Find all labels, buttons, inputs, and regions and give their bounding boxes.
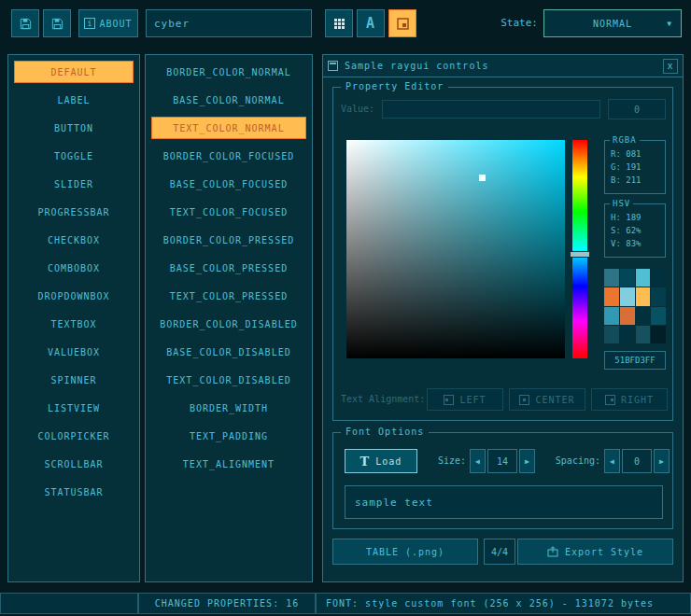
control-list-item[interactable]: TOGGLE xyxy=(14,145,134,167)
hsv-values-box: HSV H: 189 S: 62% V: 83% xyxy=(604,203,666,258)
control-list-item[interactable]: COLORPICKER xyxy=(14,425,134,447)
controls-list: DEFAULTLABELBUTTONTOGGLESLIDERPROGRESSBA… xyxy=(7,54,140,582)
palette-color-cell[interactable] xyxy=(620,307,635,325)
about-label: ABOUT xyxy=(99,19,132,29)
style-color-palette xyxy=(604,269,666,343)
property-list-item[interactable]: TEXT_COLOR_FOCUSED xyxy=(151,201,306,223)
palette-color-cell[interactable] xyxy=(620,269,635,287)
color-picker-cursor[interactable] xyxy=(479,175,486,181)
property-list-item[interactable]: BORDER_COLOR_NORMAL xyxy=(151,61,306,83)
about-button[interactable]: i ABOUT xyxy=(78,9,138,37)
control-list-item[interactable]: SPINNER xyxy=(14,369,134,391)
value-spinner-box[interactable]: 0 xyxy=(608,99,666,119)
palette-color-cell[interactable] xyxy=(636,287,651,305)
load-font-button[interactable]: T Load xyxy=(345,449,417,473)
hsv-v-value: V: 83% xyxy=(605,237,665,250)
control-list-item[interactable]: CHECKBOX xyxy=(14,229,134,251)
load-style-button[interactable] xyxy=(11,9,39,37)
control-list-item[interactable]: SCROLLBAR xyxy=(14,453,134,475)
property-list-item[interactable]: BORDER_COLOR_DISABLED xyxy=(151,313,306,335)
font-size-increase-button[interactable]: ▶ xyxy=(519,449,535,473)
property-list-item[interactable]: TEXT_PADDING xyxy=(151,425,306,447)
property-list-item[interactable]: TEXT_COLOR_DISABLED xyxy=(151,369,306,391)
text-alignment-label: Text Alignment: xyxy=(341,388,425,411)
font-size-label: Size: xyxy=(427,449,466,473)
align-right-button[interactable]: RIGHT xyxy=(591,388,668,411)
control-list-item[interactable]: PROGRESSBAR xyxy=(14,201,134,223)
sample-controls-window: Sample raygui controls x Property Editor… xyxy=(322,54,684,582)
font-spacing-decrease-button[interactable]: ◀ xyxy=(604,449,620,473)
control-list-item[interactable]: LISTVIEW xyxy=(14,397,134,419)
control-list-item[interactable]: VALUEBOX xyxy=(14,341,134,363)
style-table-button[interactable] xyxy=(325,9,353,37)
hue-slider-handle[interactable] xyxy=(570,251,590,258)
control-list-item[interactable]: STATUSBAR xyxy=(14,481,134,503)
color-saturation-value-picker[interactable] xyxy=(346,140,565,358)
palette-color-cell[interactable] xyxy=(604,269,619,287)
save-style-button[interactable] xyxy=(43,9,71,37)
palette-color-cell[interactable] xyxy=(651,287,666,305)
property-list-item[interactable]: BASE_COLOR_NORMAL xyxy=(151,89,306,111)
align-right-label: RIGHT xyxy=(621,395,654,405)
control-list-item[interactable]: COMBOBOX xyxy=(14,257,134,279)
palette-color-cell[interactable] xyxy=(620,287,635,305)
control-list-item[interactable]: DEFAULT xyxy=(14,61,134,83)
palette-color-cell[interactable] xyxy=(636,326,651,343)
palette-color-cell[interactable] xyxy=(651,307,666,325)
property-list-item[interactable]: TEXT_COLOR_PRESSED xyxy=(151,285,306,307)
property-list-item[interactable]: BORDER_COLOR_FOCUSED xyxy=(151,145,306,167)
align-center-button[interactable]: CENTER xyxy=(509,388,585,411)
font-settings-button[interactable]: A xyxy=(357,9,385,37)
palette-color-cell[interactable] xyxy=(651,326,666,343)
property-list-item[interactable]: BORDER_COLOR_PRESSED xyxy=(151,229,306,251)
property-list-item[interactable]: BASE_COLOR_FOCUSED xyxy=(151,173,306,195)
control-list-item[interactable]: LABEL xyxy=(14,89,134,111)
hex-value-box[interactable]: 51BFD3FF xyxy=(604,351,666,370)
control-list-item[interactable]: BUTTON xyxy=(14,117,134,139)
statusbar-left-cell xyxy=(0,593,138,614)
align-left-button[interactable]: LEFT xyxy=(427,388,503,411)
property-list-item[interactable]: BASE_COLOR_DISABLED xyxy=(151,341,306,363)
control-list-item[interactable]: DROPDOWNBOX xyxy=(14,285,134,307)
style-name-input[interactable] xyxy=(146,9,312,37)
property-editor-group: Property Editor Value: 0 RGBA R: 081 G: … xyxy=(332,87,673,421)
hue-slider-bar[interactable] xyxy=(572,140,587,358)
control-list-item[interactable]: TEXTBOX xyxy=(14,313,134,335)
export-style-button[interactable]: Export Style xyxy=(517,539,673,565)
property-list-item[interactable]: BASE_COLOR_PRESSED xyxy=(151,257,306,279)
palette-color-cell[interactable] xyxy=(636,269,651,287)
value-input[interactable] xyxy=(382,100,600,119)
font-options-group: Font Options T Load Size: ◀ 14 ▶ Spacing… xyxy=(332,432,673,529)
palette-color-cell[interactable] xyxy=(604,307,619,325)
letter-A-icon: A xyxy=(366,15,375,32)
align-center-icon xyxy=(519,395,529,405)
font-size-decrease-button[interactable]: ◀ xyxy=(470,449,486,473)
align-left-label: LEFT xyxy=(459,395,486,405)
sample-text-input[interactable] xyxy=(345,485,663,519)
floppy-save-icon xyxy=(50,17,64,31)
property-list-item[interactable]: TEXT_COLOR_NORMAL xyxy=(151,117,306,139)
control-list-item[interactable]: SLIDER xyxy=(14,173,134,195)
close-icon[interactable]: x xyxy=(663,59,678,74)
font-spacing-value[interactable]: 0 xyxy=(622,449,652,473)
font-spacing-increase-button[interactable]: ▶ xyxy=(654,449,670,473)
palette-color-cell[interactable] xyxy=(636,307,651,325)
table-button-label: TABLE (.png) xyxy=(366,547,444,557)
statusbar-changed-properties: CHANGED PROPERTIES: 16 xyxy=(138,593,316,614)
palette-color-cell[interactable] xyxy=(604,326,619,343)
value-label: Value: xyxy=(341,99,382,119)
color-palette-button[interactable] xyxy=(388,9,416,37)
palette-color-cell[interactable] xyxy=(604,287,619,305)
font-size-value[interactable]: 14 xyxy=(487,449,517,473)
palette-color-cell[interactable] xyxy=(651,269,666,287)
palette-color-cell[interactable] xyxy=(620,326,635,343)
state-dropdown[interactable]: NORMAL ▼ xyxy=(543,9,682,37)
rgba-g-value: G: 191 xyxy=(605,161,665,174)
export-table-png-button[interactable]: TABLE (.png) xyxy=(332,539,478,565)
grid-icon xyxy=(333,18,346,30)
rgba-r-value: R: 081 xyxy=(605,147,665,161)
table-counter-box[interactable]: 4/4 xyxy=(484,539,515,565)
property-list-item[interactable]: BORDER_WIDTH xyxy=(151,397,306,419)
property-list-item[interactable]: TEXT_ALIGNMENT xyxy=(151,453,306,475)
chevron-down-icon: ▼ xyxy=(667,20,672,28)
